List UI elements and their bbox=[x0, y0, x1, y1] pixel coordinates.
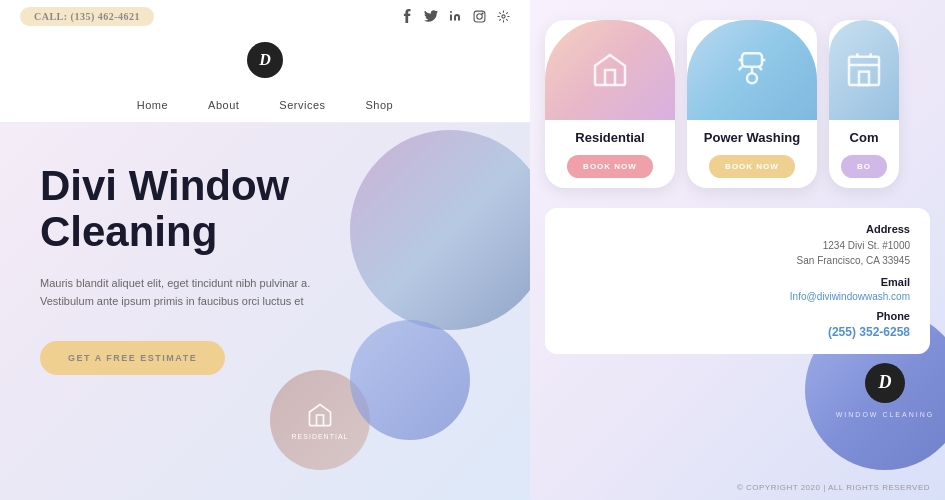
commercial-card-title: Com bbox=[839, 130, 889, 145]
house-icon bbox=[306, 401, 334, 429]
spray-tool-icon bbox=[732, 50, 772, 90]
hero-content: Divi Window Cleaning Mauris blandit aliq… bbox=[0, 123, 530, 395]
residential-card-title: Residential bbox=[555, 130, 665, 145]
right-panel: Residential BOOK NOW Power Washing BOOK … bbox=[530, 0, 945, 500]
navigation: Home About Services Shop bbox=[0, 87, 530, 123]
commercial-card-image bbox=[829, 20, 899, 120]
residential-card: Residential BOOK NOW bbox=[545, 20, 675, 188]
commercial-book-button[interactable]: BO bbox=[841, 155, 887, 178]
hero-title: Divi Window Cleaning bbox=[40, 163, 490, 255]
residential-book-button[interactable]: BOOK NOW bbox=[567, 155, 653, 178]
svg-point-2 bbox=[481, 12, 482, 13]
top-bar: CALL: (135) 462-4621 bbox=[0, 0, 530, 32]
linkedin-icon[interactable] bbox=[448, 9, 462, 23]
address-line2: San Francisco, CA 33945 bbox=[565, 253, 910, 268]
copyright: © COPYRIGHT 2020 | ALL RIGHTS RESERVED bbox=[737, 483, 930, 492]
facebook-icon[interactable] bbox=[400, 9, 414, 23]
nav-shop[interactable]: Shop bbox=[366, 99, 394, 111]
email-link[interactable]: Info@diviwindowwash.com bbox=[565, 291, 910, 302]
phone-label: Phone bbox=[565, 310, 910, 322]
more-icon[interactable] bbox=[496, 9, 510, 23]
email-label: Email bbox=[565, 276, 910, 288]
call-badge: CALL: (135) 462-4621 bbox=[20, 7, 154, 26]
nav-services[interactable]: Services bbox=[279, 99, 325, 111]
logo-circle[interactable]: D bbox=[247, 42, 283, 78]
cards-row: Residential BOOK NOW Power Washing BOOK … bbox=[530, 0, 945, 203]
contact-column: Address 1234 Divi St. #1000 San Francisc… bbox=[565, 223, 910, 339]
power-washing-card-title: Power Washing bbox=[697, 130, 807, 145]
instagram-icon[interactable] bbox=[472, 9, 486, 23]
powerwash-card-image bbox=[687, 20, 817, 120]
brand-logo: D bbox=[865, 363, 905, 403]
residential-card-image bbox=[545, 20, 675, 120]
commercial-card: Com BO bbox=[829, 20, 899, 188]
power-washing-book-button[interactable]: BOOK NOW bbox=[709, 155, 795, 178]
brand-circle-text: WINDOW CLEANING bbox=[836, 411, 934, 418]
commercial-card-body: Com BO bbox=[829, 120, 899, 188]
svg-point-3 bbox=[501, 14, 504, 17]
svg-point-5 bbox=[747, 73, 757, 83]
address-line1: 1234 Divi St. #1000 bbox=[565, 238, 910, 253]
contact-section: Address 1234 Divi St. #1000 San Francisc… bbox=[545, 208, 930, 354]
svg-rect-4 bbox=[742, 53, 762, 66]
power-washing-card-body: Power Washing BOOK NOW bbox=[687, 120, 817, 188]
social-icons bbox=[400, 9, 510, 23]
hero-description: Mauris blandit aliquet elit, eget tincid… bbox=[40, 275, 320, 310]
svg-rect-0 bbox=[474, 11, 485, 22]
address-label: Address bbox=[565, 223, 910, 235]
nav-about[interactable]: About bbox=[208, 99, 239, 111]
residential-label: RESIDENTIAL bbox=[292, 433, 349, 440]
svg-rect-7 bbox=[859, 72, 869, 85]
cta-button[interactable]: GET A FREE ESTIMATE bbox=[40, 341, 225, 375]
residential-house-icon bbox=[590, 50, 630, 90]
residential-card-body: Residential BOOK NOW bbox=[545, 120, 675, 188]
svg-point-1 bbox=[476, 13, 481, 18]
contact-row: Address 1234 Divi St. #1000 San Francisc… bbox=[565, 223, 910, 339]
header: D bbox=[0, 32, 530, 87]
power-washing-card: Power Washing BOOK NOW bbox=[687, 20, 817, 188]
left-panel: CALL: (135) 462-4621 D bbox=[0, 0, 530, 500]
twitter-icon[interactable] bbox=[424, 9, 438, 23]
phone-value: (255) 352-6258 bbox=[565, 325, 910, 339]
nav-home[interactable]: Home bbox=[137, 99, 168, 111]
commercial-building-icon bbox=[844, 50, 884, 90]
